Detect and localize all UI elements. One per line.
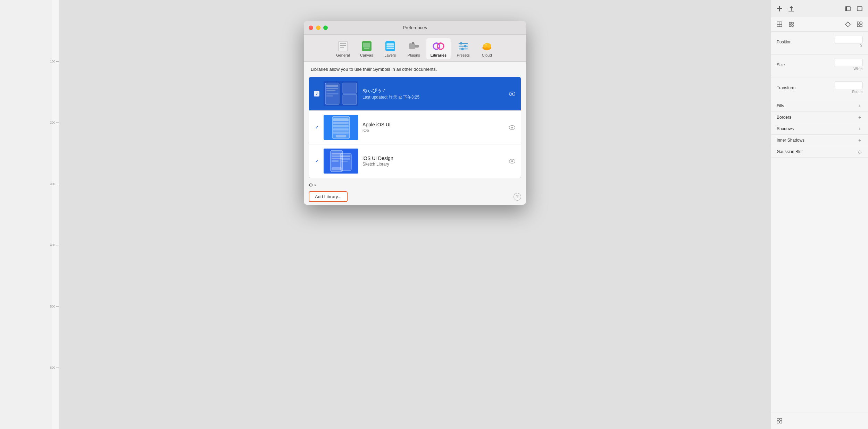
align-right-icon[interactable]	[855, 4, 865, 14]
width-label: Width	[853, 67, 862, 71]
list-item[interactable]: ✓	[309, 144, 521, 178]
ruler-label: 500	[50, 305, 55, 308]
right-top-bar	[771, 0, 868, 17]
insert-icon[interactable]	[775, 4, 784, 14]
toolbar-item-plugins[interactable]: Plugins	[403, 38, 425, 59]
gaussian-blur-add-button[interactable]: ◇	[857, 149, 862, 154]
toolbar-item-layers[interactable]: Layers	[379, 38, 401, 59]
add-library-button[interactable]: Add Library...	[309, 191, 348, 202]
shadows-add-button[interactable]: +	[857, 126, 862, 132]
add-library-row: Add Library... ?	[309, 191, 521, 202]
svg-rect-79	[860, 22, 862, 24]
svg-rect-8	[386, 43, 394, 45]
minimize-button[interactable]	[316, 25, 320, 30]
library-checkbox-2[interactable]: ✓	[314, 125, 319, 130]
export-icon[interactable]	[786, 4, 796, 14]
library-name-1: ぬぃぴぅ♂	[362, 87, 504, 94]
toolbar-item-presets[interactable]: Presets	[452, 38, 474, 59]
svg-rect-44	[333, 125, 349, 127]
bottom-grid-icon[interactable]	[775, 416, 784, 426]
svg-rect-10	[386, 48, 394, 49]
right-panel: Position X Size Width Transform Rotate	[771, 0, 868, 429]
help-button[interactable]: ?	[514, 193, 521, 201]
size-label: Size	[777, 62, 785, 67]
ruler-label: 600	[50, 366, 55, 369]
close-button[interactable]	[309, 25, 313, 30]
eye-icon-3[interactable]	[508, 157, 516, 165]
svg-point-28	[485, 44, 487, 45]
x-input[interactable]	[835, 36, 862, 43]
svg-rect-1	[340, 43, 346, 44]
svg-point-21	[461, 48, 464, 50]
ruler-tick	[56, 184, 59, 184]
layout-icon[interactable]	[855, 19, 865, 29]
toolbar-item-cloud[interactable]: Cloud	[476, 38, 498, 59]
gaussian-blur-section: Gaussian Blur ◇	[771, 146, 868, 158]
ruler-label: 200	[50, 121, 55, 124]
svg-rect-32	[343, 94, 357, 104]
position-field-group: X	[835, 36, 862, 48]
checkmark-1: ✓	[315, 92, 318, 96]
fills-label: Fills	[777, 103, 784, 108]
fills-section: Fills +	[771, 100, 868, 112]
library-info-3: iOS UI Design Sketch Library	[362, 155, 504, 167]
svg-rect-58	[341, 158, 350, 160]
toolbar-item-libraries[interactable]: Libraries	[426, 38, 451, 59]
align-left-icon[interactable]	[843, 4, 853, 14]
position-label: Position	[777, 40, 792, 44]
layers-panel-icon[interactable]	[775, 19, 784, 29]
shadows-label: Shadows	[777, 126, 794, 131]
svg-point-39	[511, 93, 513, 95]
general-label: General	[336, 53, 350, 57]
layers-icon	[384, 40, 396, 52]
ruler-tick	[56, 245, 59, 245]
svg-rect-83	[780, 418, 782, 420]
dialog-title: Preferences	[403, 25, 427, 30]
svg-rect-37	[326, 95, 333, 96]
transform-field-group: Rotate	[835, 82, 862, 94]
presets-icon	[457, 40, 469, 52]
position-section: Position X	[771, 32, 868, 54]
library-name-2: Apple iOS UI	[362, 122, 504, 127]
svg-rect-2	[340, 45, 346, 46]
library-checkbox-1[interactable]: ✓	[314, 91, 319, 96]
library-checkbox-3[interactable]: ✓	[314, 158, 319, 164]
title-bar: Preferences	[304, 21, 526, 35]
component-icon[interactable]	[786, 19, 796, 29]
inner-shadows-add-button[interactable]: +	[857, 137, 862, 143]
list-item[interactable]: ✓	[309, 111, 521, 144]
svg-rect-59	[341, 161, 348, 162]
toolbar: General Canvas	[304, 35, 526, 62]
svg-rect-5	[363, 43, 370, 48]
libraries-label: Libraries	[431, 53, 446, 57]
library-sub-3: Sketch Library	[362, 162, 504, 167]
canvas-label: Canvas	[360, 53, 373, 57]
ruler-tick	[56, 368, 59, 368]
borders-add-button[interactable]: +	[857, 115, 862, 120]
svg-rect-33	[326, 85, 338, 87]
rotate-input[interactable]	[835, 82, 862, 89]
plugins-label: Plugins	[408, 53, 420, 57]
eye-icon-1[interactable]	[508, 90, 516, 98]
svg-point-27	[486, 43, 491, 48]
shadows-section: Shadows +	[771, 123, 868, 135]
canvas-icon	[361, 40, 373, 52]
library-info-1: ぬぃぴぅ♂ Last updated: 昨天 at 下午3:25	[362, 87, 504, 100]
svg-rect-43	[333, 122, 349, 124]
position-row: Position X	[777, 36, 862, 48]
ruler-tick	[56, 306, 59, 307]
toolbar-item-general[interactable]: General	[332, 38, 354, 59]
svg-rect-3	[340, 47, 344, 48]
svg-rect-6	[364, 48, 369, 49]
list-item[interactable]: ✓	[309, 77, 521, 111]
inner-shadows-label: Inner Shadows	[777, 138, 804, 143]
toolbar-item-canvas[interactable]: Canvas	[356, 38, 378, 59]
maximize-button[interactable]	[323, 25, 328, 30]
gear-button[interactable]: ⚙ ▾	[309, 182, 316, 188]
width-input[interactable]	[835, 59, 862, 66]
fills-add-button[interactable]: +	[857, 103, 862, 109]
grid-icon[interactable]	[843, 19, 853, 29]
gear-icon: ⚙	[309, 182, 313, 188]
left-panel: 100200300400500600	[0, 0, 59, 429]
eye-icon-2[interactable]	[508, 124, 516, 131]
